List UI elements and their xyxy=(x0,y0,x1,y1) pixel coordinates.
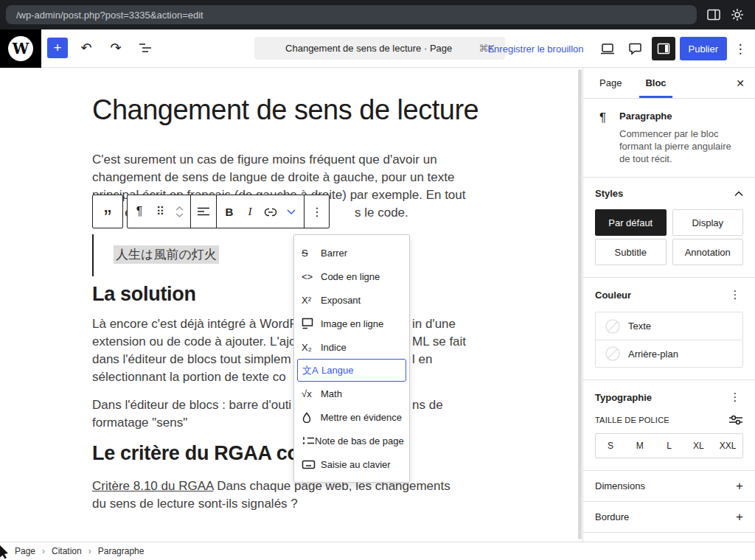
rgaa-criterion-link[interactable]: Critère 8.10 du RGAA xyxy=(92,479,213,493)
menu-item-math[interactable]: √x Math xyxy=(294,382,409,405)
comments-button[interactable] xyxy=(624,37,647,60)
menu-item-indice[interactable]: X₂ Indice xyxy=(294,335,409,359)
paragraph-block-icon: ¶ xyxy=(595,111,610,165)
font-size-m[interactable]: M xyxy=(625,434,655,458)
text-color-row[interactable]: Texte xyxy=(596,312,742,340)
block-movers[interactable] xyxy=(170,206,188,217)
toolbar-separator xyxy=(304,195,305,228)
editor-canvas[interactable]: Changement de sens de lecture C'est sure… xyxy=(0,68,582,542)
rgaa-paragraph-block[interactable]: Critère 8.10 du RGAA Dans chaque page we… xyxy=(92,477,535,513)
block-options-button[interactable]: ⋮ xyxy=(307,195,327,228)
toolbar-separator xyxy=(190,195,191,228)
menu-item-mettre-en-evidence[interactable]: Mettre en évidence xyxy=(294,405,409,429)
background-color-row[interactable]: Arrière-plan xyxy=(596,340,742,367)
font-size-xxl[interactable]: XXL xyxy=(713,434,742,458)
redo-button[interactable]: ↷ xyxy=(105,37,127,59)
rgaa-heading[interactable]: Le critère du RGAA conc xyxy=(92,442,322,465)
browser-settings-gear-icon[interactable] xyxy=(730,7,745,22)
styles-panel-header[interactable]: Styles xyxy=(595,188,743,199)
paragraph-block-icon[interactable]: ¶ xyxy=(129,195,150,228)
menu-item-code-en-ligne[interactable]: <> Code en ligne xyxy=(294,265,409,288)
header-options-menu-button[interactable]: ⋮ xyxy=(731,37,749,60)
post-title[interactable]: Changement de sens de lecture xyxy=(92,94,479,126)
styles-panel: Styles Par défaut Display Subtitle Annot… xyxy=(583,178,755,278)
mouse-cursor xyxy=(0,545,12,560)
text-fragment: Là encore c'est déjà intégré à WordP xyxy=(92,317,298,331)
move-down-icon xyxy=(175,213,184,217)
paragraph-line: changement de sens de langue de droite à… xyxy=(92,169,535,186)
sidebar-tabs: Page Bloc ✕ xyxy=(583,68,755,99)
style-option-annotation[interactable]: Annotation xyxy=(672,239,744,265)
citation-block[interactable]: 人生は風前の灯火 xyxy=(92,234,328,276)
breadcrumb-page[interactable]: Page xyxy=(15,546,35,556)
breadcrumb-separator: › xyxy=(88,546,91,556)
typography-options-menu-icon[interactable]: ⋮ xyxy=(727,391,743,404)
subscript-icon: X₂ xyxy=(302,342,321,353)
settings-sidebar-toggle-button[interactable] xyxy=(652,37,675,60)
font-size-xl[interactable]: XL xyxy=(683,434,713,458)
menu-item-barrer[interactable]: S Barrer xyxy=(294,241,409,265)
settings-sidebar: Page Bloc ✕ ¶ Paragraphe Commencer par l… xyxy=(582,68,755,542)
plus-icon: + xyxy=(736,510,743,525)
undo-button[interactable]: ↶ xyxy=(75,37,97,59)
dimensions-panel-row[interactable]: Dimensions + xyxy=(583,471,755,502)
block-card: ¶ Paragraphe Commencer par le bloc forma… xyxy=(583,99,755,178)
menu-item-label: Barrer xyxy=(321,248,347,259)
quote-icon: ” xyxy=(104,214,111,221)
canvas-scrollbar[interactable] xyxy=(578,69,582,539)
menu-item-label: Indice xyxy=(321,342,347,353)
header-left-tools: + ↶ ↷ xyxy=(47,37,156,59)
color-options-menu-icon[interactable]: ⋮ xyxy=(727,288,743,301)
drag-handle-icon[interactable]: ⠿ xyxy=(150,195,170,228)
font-size-s[interactable]: S xyxy=(596,434,625,458)
no-color-swatch-icon xyxy=(605,346,621,362)
solution-heading[interactable]: La solution xyxy=(92,283,196,306)
more-formats-dropdown-button[interactable] xyxy=(281,195,302,228)
align-text-button[interactable] xyxy=(193,195,214,228)
add-block-button[interactable]: + xyxy=(47,38,68,58)
inline-image-icon xyxy=(302,318,321,329)
style-option-par-defaut[interactable]: Par défaut xyxy=(595,209,667,236)
link-button[interactable] xyxy=(260,195,281,228)
sliders-settings-icon[interactable] xyxy=(728,414,743,426)
menu-item-saisie-au-clavier[interactable]: Saisie au clavier xyxy=(294,452,409,476)
language-icon: 文A xyxy=(302,364,321,377)
no-color-swatch-icon xyxy=(605,318,621,335)
wordpress-editor-screen: /wp-admin/post.php?post=3335&action=edit… xyxy=(0,0,755,560)
format-dropdown-menu: S Barrer <> Code en ligne X² Exposant Im… xyxy=(293,234,410,483)
tab-bloc[interactable]: Bloc xyxy=(633,68,678,98)
typography-panel-header: Typographie ⋮ xyxy=(595,391,743,404)
wordpress-logo-button[interactable]: W xyxy=(0,29,41,68)
font-size-l[interactable]: L xyxy=(655,434,684,458)
italic-button[interactable]: I xyxy=(240,195,260,228)
preview-devices-button[interactable] xyxy=(596,37,619,60)
tab-page[interactable]: Page xyxy=(588,68,633,98)
selected-japanese-text[interactable]: 人生は風前の灯火 xyxy=(114,245,219,264)
menu-item-note-de-bas-de-page[interactable]: Note de bas de page xyxy=(294,429,409,452)
block-breadcrumb-bar: Page › Citation › Paragraphe xyxy=(0,542,755,560)
close-sidebar-icon[interactable]: ✕ xyxy=(731,74,749,92)
border-panel-row[interactable]: Bordure + xyxy=(583,502,755,533)
keyboard-key-icon xyxy=(302,459,321,470)
document-title-bar[interactable]: Changement de sens de lecture · Page ⌘K xyxy=(254,37,505,60)
menu-item-langue[interactable]: 文A Langue xyxy=(297,359,406,382)
style-option-display[interactable]: Display xyxy=(672,209,744,236)
parent-quote-block-button[interactable]: ” xyxy=(92,195,123,228)
breadcrumb-citation[interactable]: Citation xyxy=(52,546,82,556)
list-view-button[interactable] xyxy=(134,37,156,59)
header-right-tools: Enregistrer le brouillon Publier ⋮ xyxy=(480,37,749,60)
menu-item-label: Code en ligne xyxy=(321,271,380,282)
color-panel-header: Couleur ⋮ xyxy=(595,288,743,301)
save-draft-button[interactable]: Enregistrer le brouillon xyxy=(480,37,591,60)
menu-item-exposant[interactable]: X² Exposant xyxy=(294,288,409,312)
address-bar[interactable]: /wp-admin/post.php?post=3335&action=edit xyxy=(6,5,697,24)
publish-button[interactable]: Publier xyxy=(680,37,727,60)
text-fragment: l en xyxy=(412,351,432,368)
bold-button[interactable]: B xyxy=(219,195,240,228)
font-size-header: TAILLE DE POLICE xyxy=(595,414,743,426)
browser-panels-icon[interactable] xyxy=(706,7,721,22)
style-option-subtitle[interactable]: Subtitle xyxy=(595,239,667,265)
color-settings-group: Texte Arrière-plan xyxy=(595,312,743,368)
menu-item-image-en-ligne[interactable]: Image en ligne xyxy=(294,312,409,335)
breadcrumb-paragraphe: Paragraphe xyxy=(98,546,145,556)
